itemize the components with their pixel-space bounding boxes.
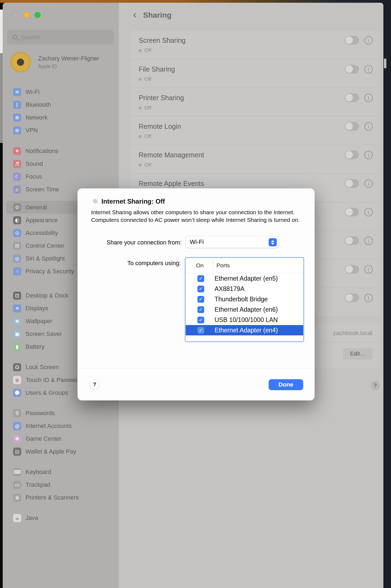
- sidebar-item-network[interactable]: ⊕ Network: [6, 111, 116, 124]
- at-sign-icon: @: [13, 422, 21, 430]
- sidebar-item-java[interactable]: ☕ Java: [6, 512, 116, 524]
- sidebar-item-wifi[interactable]: ≋ Wi-Fi: [6, 85, 116, 98]
- sidebar-item-label: General: [26, 204, 47, 211]
- sidebar-item-sound[interactable]: ♬ Sound: [6, 157, 116, 170]
- to-computers-label: To computers using:: [127, 260, 181, 267]
- row-status: Off: [139, 47, 151, 53]
- sidebar-item-label: Screen Saver: [26, 330, 62, 338]
- ports-table: On Ports ✓ Ethernet Adapter (en5) ✓ AX88…: [185, 257, 304, 342]
- checkbox-checked-icon[interactable]: ✓: [197, 306, 204, 313]
- port-label: USB 10/100/1000 LAN: [215, 316, 278, 324]
- checkbox-checked-icon[interactable]: ✓: [197, 317, 204, 323]
- network-globe-icon: ⊕: [13, 114, 21, 122]
- edit-hostname-button[interactable]: Edit…: [343, 348, 373, 359]
- row-remote-management: Remote Management Off i: [131, 145, 379, 173]
- sidebar-item-keyboard[interactable]: ⌨ Keyboard: [6, 465, 116, 478]
- accessibility-icon: ⊙: [13, 229, 21, 237]
- help-button[interactable]: ?: [371, 381, 380, 390]
- info-icon[interactable]: i: [364, 151, 373, 159]
- sidebar-item-label: Passwords: [26, 410, 55, 417]
- toggle-knob: [345, 208, 353, 216]
- table-row-thunderbolt-bridge[interactable]: ✓ Thunderbolt Bridge: [186, 294, 303, 304]
- checkbox-checked-icon[interactable]: ✓: [197, 327, 204, 334]
- info-icon[interactable]: i: [364, 122, 373, 131]
- toggle-switch[interactable]: [345, 93, 359, 102]
- toggle-switch[interactable]: [345, 236, 359, 245]
- done-button[interactable]: Done: [269, 379, 303, 390]
- table-row-en4-selected[interactable]: ✓ Ethernet Adapter (en4): [186, 325, 303, 335]
- toggle-knob: [345, 265, 353, 273]
- toggle-switch[interactable]: [345, 208, 359, 216]
- toggle-knob: [345, 180, 353, 187]
- search-icon: [13, 35, 17, 39]
- toggle-switch[interactable]: [345, 65, 359, 74]
- info-icon[interactable]: i: [364, 294, 373, 302]
- port-label: Ethernet Adapter (en4): [215, 327, 278, 334]
- sidebar-item-game-center[interactable]: ✤ Game Center: [6, 432, 116, 445]
- column-divider: [213, 261, 213, 271]
- status-dot-icon: [139, 164, 142, 167]
- footer-divider: [77, 368, 315, 369]
- close-button[interactable]: [13, 12, 19, 18]
- sidebar-item-vpn[interactable]: ⊛ VPN: [6, 124, 116, 137]
- toggle-knob: [345, 237, 353, 244]
- status-text: Off: [144, 76, 151, 82]
- checkbox-checked-icon[interactable]: ✓: [197, 296, 204, 303]
- toggle-switch[interactable]: [345, 265, 359, 274]
- table-row-en6[interactable]: ✓ Ethernet Adapter (en6): [186, 304, 303, 315]
- minimize-button[interactable]: [24, 12, 30, 18]
- sidebar-item-internet-accounts[interactable]: @ Internet Accounts: [6, 419, 116, 432]
- dialog-help-button[interactable]: ?: [90, 379, 100, 389]
- share-from-dropdown[interactable]: Wi-Fi: [185, 236, 279, 248]
- speaker-icon: ♬: [13, 160, 21, 168]
- sidebar-item-printers-scanners[interactable]: ≣ Printers & Scanners: [6, 491, 116, 504]
- sidebar-item-notifications[interactable]: ✦ Notifications: [6, 145, 116, 157]
- zoom-button[interactable]: [35, 12, 41, 18]
- sidebar-item-label: Internet Accounts: [26, 422, 72, 430]
- toggle-switch[interactable]: [345, 293, 359, 302]
- info-icon[interactable]: i: [364, 208, 373, 216]
- sidebar-item-label: VPN: [26, 127, 38, 134]
- key-icon: ⚲: [13, 409, 21, 417]
- checkbox-checked-icon[interactable]: ✓: [197, 275, 204, 282]
- back-chevron-icon[interactable]: ‹: [133, 9, 136, 20]
- sidebar-item-focus[interactable]: ☾ Focus: [6, 170, 116, 183]
- sidebar-item-label: Network: [26, 114, 48, 121]
- toggle-knob: [345, 122, 353, 130]
- sidebar-item-label: Wallet & Apple Pay: [26, 448, 76, 455]
- info-icon[interactable]: i: [364, 265, 373, 274]
- table-row-usb-lan[interactable]: ✓ USB 10/100/1000 LAN: [186, 315, 303, 325]
- sidebar-item-label: Privacy & Security: [26, 268, 74, 275]
- toggle-switch[interactable]: [345, 151, 359, 159]
- table-row-ax88179a[interactable]: ✓ AX88179A: [186, 284, 303, 294]
- apple-id-profile[interactable]: Zachary Wener-Fligner Apple ID: [10, 52, 113, 73]
- row-title: File Sharing: [139, 65, 175, 73]
- profile-subtitle: Apple ID: [38, 64, 57, 69]
- sidebar-item-label: Lock Screen: [26, 364, 59, 371]
- toggle-switch[interactable]: [345, 122, 359, 131]
- checkbox-checked-icon[interactable]: ✓: [197, 286, 204, 292]
- trackpad-icon: ▭: [13, 481, 21, 489]
- sidebar-item-wallet[interactable]: ▤ Wallet & Apple Pay: [6, 445, 116, 458]
- status-text: Off: [144, 133, 151, 139]
- info-icon[interactable]: i: [364, 179, 373, 188]
- table-row-en5[interactable]: ✓ Ethernet Adapter (en5): [186, 273, 303, 284]
- row-status: Off: [139, 133, 151, 139]
- sidebar-item-label: Screen Time: [26, 186, 59, 193]
- status-text: Off: [144, 162, 151, 168]
- port-label: Ethernet Adapter (en5): [215, 275, 278, 282]
- info-icon[interactable]: i: [364, 36, 373, 45]
- toggle-switch[interactable]: [345, 179, 359, 188]
- sidebar-item-label: Accessibility: [26, 229, 58, 237]
- sidebar-item-trackpad[interactable]: ▭ Trackpad: [6, 478, 116, 491]
- info-icon[interactable]: i: [364, 94, 373, 102]
- status-text: Off: [144, 105, 151, 111]
- toggle-switch[interactable]: [345, 36, 359, 45]
- info-icon[interactable]: i: [364, 237, 373, 245]
- status-dot-icon: [139, 49, 142, 52]
- info-icon[interactable]: i: [364, 65, 373, 74]
- row-title: Remote Management: [139, 151, 204, 159]
- search-input[interactable]: Search: [7, 30, 114, 44]
- sidebar-item-bluetooth[interactable]: ᛒ Bluetooth: [6, 98, 116, 111]
- sidebar-item-passwords[interactable]: ⚲ Passwords: [6, 407, 116, 419]
